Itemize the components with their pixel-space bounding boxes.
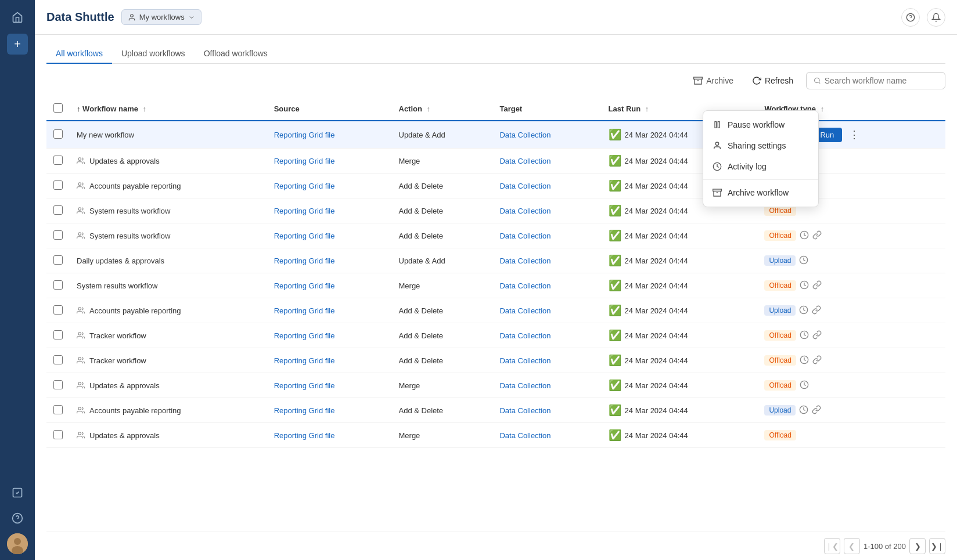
schedule-icon[interactable]	[799, 405, 808, 416]
more-options-button[interactable]: ⋮	[846, 127, 863, 142]
target-link[interactable]: Data Collection	[499, 331, 551, 340]
svg-point-15	[78, 183, 81, 186]
svg-point-14	[78, 158, 81, 161]
row-checkbox[interactable]	[53, 180, 63, 190]
refresh-button[interactable]: Refresh	[746, 73, 799, 89]
shared-icon	[77, 331, 85, 339]
sidebar-help-icon[interactable]	[7, 508, 28, 529]
link-icon[interactable]	[812, 230, 822, 241]
col-header-action[interactable]: Action ↑	[392, 97, 493, 121]
success-icon: ✅	[609, 204, 621, 217]
last-run-date: 24 Mar 2024 04:44	[625, 431, 688, 440]
row-checkbox[interactable]	[53, 129, 63, 139]
last-run-date: 24 Mar 2024 04:44	[625, 406, 688, 415]
col-header-name[interactable]: ↑ Workflow name ↑	[70, 97, 267, 121]
help-button[interactable]	[901, 8, 920, 27]
sidebar-home-icon[interactable]	[6, 6, 29, 29]
menu-item-activity[interactable]: Activity log	[703, 156, 818, 177]
menu-item-pause[interactable]: Pause workflow	[703, 114, 818, 135]
schedule-icon[interactable]	[800, 355, 809, 366]
source-link[interactable]: Reporting Grid file	[274, 356, 335, 365]
schedule-icon[interactable]	[800, 280, 809, 291]
row-checkbox[interactable]	[53, 330, 63, 339]
row-checkbox[interactable]	[53, 355, 63, 364]
target-link[interactable]: Data Collection	[499, 207, 551, 215]
archive-button[interactable]: Archive	[688, 73, 739, 89]
pagination-last[interactable]: ❯❘	[929, 538, 945, 554]
source-link[interactable]: Reporting Grid file	[274, 406, 335, 415]
svg-rect-36	[713, 189, 722, 191]
source-link[interactable]: Reporting Grid file	[274, 182, 335, 190]
action-cell: Add & Delete	[392, 398, 493, 423]
target-link[interactable]: Data Collection	[499, 157, 551, 165]
row-checkbox[interactable]	[53, 280, 63, 290]
row-checkbox[interactable]	[53, 430, 63, 439]
tab-all-workflows[interactable]: All workflows	[46, 44, 112, 64]
target-link[interactable]: Data Collection	[499, 356, 551, 365]
row-checkbox[interactable]	[53, 205, 63, 215]
workflow-name: My new workflow	[77, 131, 134, 139]
row-checkbox[interactable]	[53, 156, 63, 165]
target-link[interactable]: Data Collection	[499, 256, 551, 265]
pagination-first[interactable]: ❘❮	[824, 538, 840, 554]
link-icon[interactable]	[812, 355, 822, 366]
target-link[interactable]: Data Collection	[499, 431, 551, 440]
link-icon[interactable]	[812, 305, 821, 316]
target-link[interactable]: Data Collection	[499, 182, 551, 190]
link-icon[interactable]	[812, 405, 821, 416]
target-link[interactable]: Data Collection	[499, 381, 551, 390]
last-run-cell: ✅ 24 Mar 2024 04:44	[609, 229, 751, 242]
source-link[interactable]: Reporting Grid file	[274, 256, 335, 265]
source-link[interactable]: Reporting Grid file	[274, 381, 335, 390]
row-checkbox[interactable]	[53, 380, 63, 389]
source-link[interactable]: Reporting Grid file	[274, 431, 335, 440]
menu-item-sharing[interactable]: Sharing settings	[703, 135, 818, 156]
link-icon[interactable]	[812, 280, 822, 291]
pagination-next[interactable]: ❯	[909, 538, 926, 554]
schedule-icon[interactable]	[800, 380, 809, 391]
search-input[interactable]	[825, 76, 938, 85]
notifications-button[interactable]	[927, 8, 945, 27]
pagination-prev[interactable]: ❮	[844, 538, 860, 554]
source-link[interactable]: Reporting Grid file	[274, 281, 335, 290]
row-checkbox[interactable]	[53, 405, 63, 414]
row-checkbox[interactable]	[53, 305, 63, 315]
last-run-cell: ✅ 24 Mar 2024 04:44	[609, 404, 751, 417]
table-row: System results workflowReporting Grid fi…	[46, 223, 945, 248]
source-link[interactable]: Reporting Grid file	[274, 131, 335, 139]
target-link[interactable]: Data Collection	[499, 281, 551, 290]
source-link[interactable]: Reporting Grid file	[274, 331, 335, 340]
user-avatar[interactable]	[7, 533, 28, 554]
action-cell: Update & Add	[392, 121, 493, 149]
target-link[interactable]: Data Collection	[499, 306, 551, 315]
tab-offload-workflows[interactable]: Offload workflows	[195, 44, 277, 64]
menu-divider	[703, 179, 818, 180]
svg-rect-32	[715, 122, 717, 128]
source-link[interactable]: Reporting Grid file	[274, 157, 335, 165]
tab-upload-workflows[interactable]: Upload workflows	[112, 44, 195, 64]
row-checkbox[interactable]	[53, 230, 63, 240]
sidebar-add-button[interactable]: +	[7, 34, 28, 55]
menu-activity-label: Activity log	[728, 162, 767, 171]
schedule-icon[interactable]	[800, 230, 809, 241]
table-row: Daily updates & approvalsReporting Grid …	[46, 248, 945, 273]
menu-item-archive[interactable]: Archive workflow	[703, 182, 818, 203]
target-link[interactable]: Data Collection	[499, 406, 551, 415]
sidebar-checklist-icon[interactable]	[7, 482, 28, 503]
target-link[interactable]: Data Collection	[499, 232, 551, 240]
source-link[interactable]: Reporting Grid file	[274, 232, 335, 240]
row-checkbox[interactable]	[53, 255, 63, 265]
shared-icon	[77, 431, 85, 439]
source-link[interactable]: Reporting Grid file	[274, 207, 335, 215]
shared-icon	[77, 306, 85, 315]
schedule-icon[interactable]	[799, 255, 808, 266]
target-link[interactable]: Data Collection	[499, 131, 551, 139]
schedule-icon[interactable]	[800, 330, 809, 341]
source-link[interactable]: Reporting Grid file	[274, 306, 335, 315]
last-run-date: 24 Mar 2024 04:44	[625, 281, 688, 290]
my-workflows-badge[interactable]: My workflows	[121, 9, 202, 25]
select-all-checkbox[interactable]	[53, 103, 63, 113]
link-icon[interactable]	[812, 330, 822, 341]
success-icon: ✅	[609, 429, 621, 442]
schedule-icon[interactable]	[799, 305, 808, 316]
